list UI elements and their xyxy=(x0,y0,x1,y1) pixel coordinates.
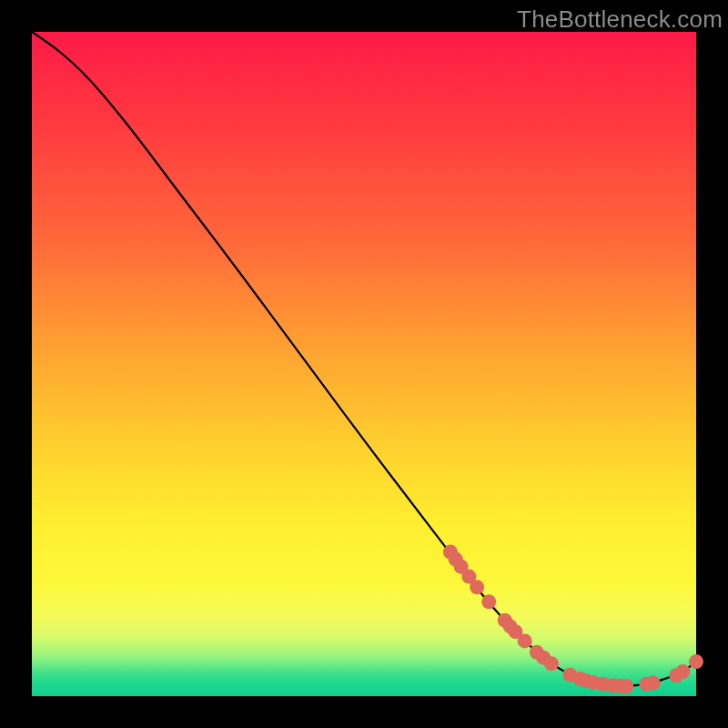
data-point xyxy=(646,675,661,690)
data-point xyxy=(675,664,690,679)
data-point xyxy=(518,633,532,648)
data-point xyxy=(544,656,559,671)
data-point xyxy=(689,654,703,669)
data-points-group xyxy=(443,545,703,693)
data-point xyxy=(619,679,633,693)
data-point xyxy=(470,580,484,594)
bottleneck-curve xyxy=(32,32,696,686)
chart-stage: TheBottleneck.com xyxy=(0,0,728,728)
plot-area xyxy=(32,32,696,696)
chart-overlay xyxy=(32,32,696,696)
data-point xyxy=(481,594,496,609)
watermark-text: TheBottleneck.com xyxy=(517,5,723,34)
